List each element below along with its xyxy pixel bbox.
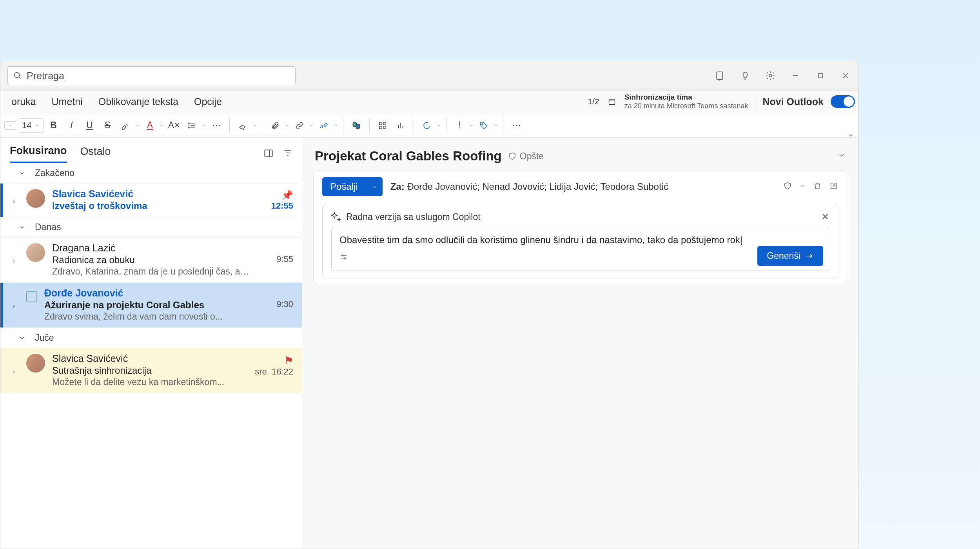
avatar — [26, 189, 45, 208]
avatar — [26, 354, 45, 373]
copilot-button[interactable] — [348, 117, 365, 134]
line-spacing-button[interactable] — [184, 117, 200, 134]
reader-header: Projekat Coral Gables Roofing Opšte — [313, 145, 847, 171]
copilot-prompt-input[interactable]: Obavestite tim da smo odlučili da korist… — [331, 228, 829, 271]
attach-button[interactable] — [267, 117, 283, 134]
close-icon[interactable]: ✕ — [821, 211, 829, 222]
more-button[interactable]: ⋯ — [508, 117, 524, 134]
search-input[interactable]: Pretraga — [7, 66, 296, 85]
chevron-down-icon[interactable] — [334, 123, 338, 128]
calendar-icon[interactable] — [606, 96, 617, 107]
tab-focused[interactable]: Fokusirano — [10, 145, 67, 163]
flag-icon[interactable]: ⚑ — [255, 354, 293, 367]
titlebar: Pretraga — [0, 61, 858, 91]
chevron-down-icon — [34, 123, 39, 128]
encrypt-icon[interactable]: ? — [783, 182, 792, 192]
importance-button[interactable]: ! — [451, 117, 468, 134]
shield-icon — [508, 152, 517, 160]
gear-icon[interactable] — [765, 70, 776, 81]
chevron-down-icon[interactable] — [202, 123, 207, 128]
popout-icon[interactable] — [829, 182, 838, 192]
italic-button[interactable]: I — [63, 117, 80, 134]
highlight-button[interactable] — [117, 117, 134, 134]
list-item[interactable]: Slavica Savićević Sutrašnja sinhronizaci… — [0, 348, 302, 393]
minimize-icon[interactable] — [790, 70, 801, 81]
send-dropdown[interactable] — [366, 177, 383, 196]
notes-icon[interactable] — [715, 70, 726, 81]
list-item[interactable]: Đorđe Jovanović Ažuriranje na projektu C… — [0, 283, 302, 328]
more-format-button[interactable]: ⋯ — [208, 117, 225, 134]
preview: Zdravo svima, želim da vam dam novosti o… — [44, 311, 251, 322]
titlebar-actions — [715, 70, 851, 81]
content-area: Fokusirano Ostalo Zakačeno Slavica Savić… — [0, 138, 858, 549]
chevron-down-icon[interactable] — [800, 183, 805, 190]
delete-icon[interactable] — [813, 182, 822, 192]
time: 9:30 — [258, 299, 293, 309]
filter-icon[interactable] — [283, 148, 292, 160]
font-color-button[interactable]: A — [142, 117, 158, 134]
outlook-window: Pretraga oruka Umetni Oblikovanje teksta… — [0, 61, 858, 549]
group-pinned[interactable]: Zakačeno — [0, 163, 302, 184]
new-outlook-toggle[interactable] — [831, 95, 855, 108]
layout-icon[interactable] — [263, 148, 274, 160]
chevron-right-icon[interactable] — [11, 353, 19, 387]
divider — [229, 118, 230, 133]
close-icon[interactable] — [840, 70, 851, 81]
divider — [369, 118, 370, 133]
list-view-controls — [263, 148, 292, 160]
sensitivity-tag[interactable]: Opšte — [508, 151, 544, 162]
item-text: Slavica Savićević Sutrašnja sinhronizaci… — [52, 353, 248, 387]
chevron-right-icon[interactable] — [11, 242, 19, 277]
upcoming-meeting[interactable]: Sinhronizacija tima za 20 minuta Microso… — [624, 93, 748, 110]
send-row: Pošalji Za: Đorđe Jovanović; Nenad Jovov… — [322, 177, 838, 196]
chevron-down-icon[interactable] — [437, 123, 441, 128]
generate-button[interactable]: Generiši — [757, 246, 823, 266]
chevron-down-icon[interactable] — [309, 123, 314, 128]
group-yesterday[interactable]: Juče — [0, 328, 302, 348]
chevron-down-icon[interactable] — [135, 123, 140, 128]
checkbox[interactable] — [26, 291, 37, 302]
chevron-down-icon[interactable] — [160, 123, 164, 128]
underline-button[interactable]: U — [81, 117, 98, 134]
ribbon-tab-options[interactable]: Opcije — [186, 94, 230, 110]
new-outlook-label: Novi Outlook — [762, 96, 824, 107]
chevron-down-icon[interactable] — [285, 123, 290, 128]
list-item[interactable]: Dragana Lazić Radionica za obuku Zdravo,… — [0, 238, 302, 283]
page-indicator: 1/2 — [588, 97, 599, 106]
svg-rect-15 — [379, 126, 382, 128]
send-button[interactable]: Pošalji — [322, 177, 383, 196]
chevron-down-icon[interactable] — [469, 123, 474, 128]
chevron-right-icon[interactable] — [11, 188, 19, 211]
group-today[interactable]: Danas — [0, 217, 302, 238]
tab-other[interactable]: Ostalo — [80, 145, 111, 162]
font-family-select[interactable] — [4, 121, 16, 130]
maximize-icon[interactable] — [815, 70, 826, 81]
tag-button[interactable] — [475, 117, 492, 134]
chevron-right-icon[interactable] — [11, 287, 19, 322]
strike-button[interactable]: S — [99, 117, 116, 134]
signature-button[interactable] — [316, 117, 332, 134]
lightbulb-icon[interactable] — [740, 70, 751, 81]
poll-button[interactable] — [392, 117, 409, 134]
meeting-subtitle: za 20 minuta Microsoft Teams sastanak — [624, 102, 748, 111]
chevron-down-icon[interactable] — [838, 151, 846, 161]
link-button[interactable] — [291, 117, 308, 134]
chevron-down-icon[interactable] — [494, 123, 498, 128]
clear-format-button[interactable]: A✕ — [166, 117, 182, 134]
adjust-icon[interactable] — [339, 253, 348, 264]
styles-button[interactable] — [234, 117, 251, 134]
font-size-select[interactable]: 14 — [18, 118, 44, 133]
pin-icon[interactable]: 📌 — [258, 190, 293, 201]
sender: Đorđe Jovanović — [44, 287, 251, 299]
bold-button[interactable]: B — [45, 117, 62, 134]
loop-button[interactable] — [419, 117, 435, 134]
to-field[interactable]: Za: Đorđe Jovanović; Nenad Jovović; Lidi… — [390, 181, 668, 192]
ribbon-tab-format[interactable]: Oblikovanje teksta — [91, 94, 186, 110]
ribbon-tab-insert[interactable]: Umetni — [44, 94, 91, 110]
unread-bar — [0, 184, 3, 217]
item-meta: 9:30 — [258, 287, 293, 322]
chevron-down-icon[interactable] — [252, 123, 257, 128]
list-item[interactable]: Slavica Savićević Izveštaj o troškovima … — [0, 184, 302, 217]
apps-button[interactable] — [374, 117, 391, 134]
ribbon-tab-message[interactable]: oruka — [4, 94, 44, 110]
